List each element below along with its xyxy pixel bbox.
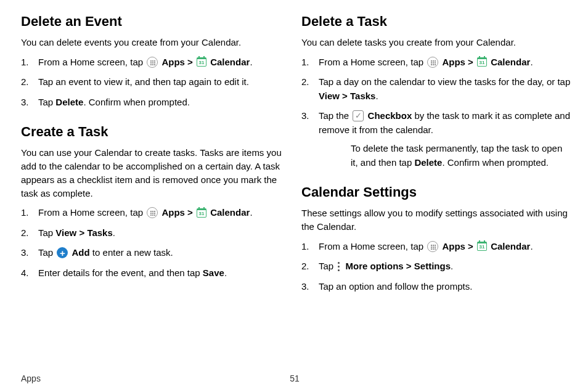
apps-label: Apps	[161, 207, 185, 218]
intro-delete-event: You can delete events you create from yo…	[21, 36, 290, 49]
manual-page: Delete an Event You can delete events yo…	[0, 0, 588, 392]
period: .	[250, 57, 252, 67]
step-text: From a Home screen, tap	[38, 57, 145, 67]
period: .	[224, 267, 227, 278]
step-text: From a Home screen, tap	[319, 57, 426, 67]
step-text: Tap the	[319, 110, 351, 121]
calendar-icon: 31	[197, 57, 206, 67]
footer-page-number: 51	[70, 374, 519, 383]
page-footer: Apps 51	[21, 374, 571, 387]
step-text: Tap	[38, 227, 55, 238]
steps-calendar-settings: From a Home screen, tap Apps > 31 Calend…	[301, 240, 571, 294]
step-text: . Confirm when prompted.	[442, 157, 549, 168]
two-column-layout: Delete an Event You can delete events yo…	[21, 12, 571, 355]
steps-create-task: From a Home screen, tap Apps > 31 Calend…	[21, 206, 290, 280]
view-label: View	[55, 227, 76, 238]
chevron: >	[340, 91, 350, 101]
step-text: . Confirm when prompted.	[83, 97, 190, 107]
checkbox-icon: ✓	[353, 110, 364, 121]
left-column: Delete an Event You can delete events yo…	[21, 12, 290, 355]
heading-delete-event: Delete an Event	[21, 14, 290, 30]
chevron: >	[465, 57, 476, 67]
period: .	[530, 241, 533, 251]
tasks-label: Tasks	[350, 91, 375, 101]
add-label: Add	[72, 247, 90, 258]
calendar-label: Calendar	[210, 207, 250, 218]
step-text: Tap	[38, 97, 55, 107]
apps-icon	[147, 207, 158, 218]
step: From a Home screen, tap Apps > 31 Calend…	[21, 55, 290, 70]
apps-icon	[427, 57, 438, 68]
apps-label: Apps	[442, 241, 465, 251]
step: From a Home screen, tap Apps > 31 Calend…	[301, 55, 571, 70]
heading-calendar-settings: Calendar Settings	[301, 184, 571, 200]
checkbox-label: Checkbox	[368, 110, 412, 121]
more-options-icon	[337, 261, 340, 272]
step: Tap Delete. Confirm when prompted.	[21, 96, 290, 110]
settings-label: Settings	[414, 261, 451, 271]
calendar-icon: 31	[197, 208, 206, 218]
step-text: From a Home screen, tap	[319, 241, 426, 251]
intro-create-task: You can use your Calendar to create task…	[21, 146, 290, 200]
tasks-label: Tasks	[87, 227, 112, 238]
step-text: Tap a day on the calendar to view the ta…	[319, 76, 570, 87]
calendar-label: Calendar	[210, 57, 250, 67]
calendar-icon: 31	[477, 242, 487, 251]
step-text: to enter a new task.	[90, 247, 173, 258]
heading-delete-task: Delete a Task	[301, 14, 571, 30]
step: Tap the ✓ Checkbox by the task to mark i…	[301, 109, 571, 169]
intro-calendar-settings: These settings allow you to modify setti…	[301, 206, 571, 234]
heading-create-task: Create a Task	[21, 124, 290, 140]
period: .	[451, 261, 453, 271]
calendar-day: 31	[480, 243, 485, 250]
period: .	[375, 91, 378, 101]
delete-label: Delete	[55, 97, 83, 107]
period: .	[113, 227, 115, 238]
step: Enter details for the event, and then ta…	[21, 266, 290, 280]
step: Tap + Add to enter a new task.	[21, 246, 290, 260]
step-text: Tap	[38, 247, 55, 258]
right-column: Delete a Task You can delete tasks you c…	[301, 12, 571, 355]
period: .	[250, 207, 252, 218]
step-text: Tap	[319, 261, 336, 271]
calendar-day: 31	[480, 59, 485, 66]
sub-step: To delete the task permanently, tap the …	[319, 142, 571, 169]
chevron: >	[76, 227, 87, 238]
step: Tap an option and follow the prompts.	[301, 280, 571, 294]
footer-section: Apps	[21, 374, 70, 383]
chevron: >	[404, 261, 414, 271]
calendar-icon: 31	[477, 57, 487, 67]
calendar-label: Calendar	[491, 241, 530, 251]
step: From a Home screen, tap Apps > 31 Calend…	[301, 240, 571, 254]
period: .	[530, 57, 533, 67]
view-label: View	[319, 91, 340, 101]
footer-spacer	[519, 374, 568, 383]
apps-icon	[147, 57, 158, 68]
step-text: From a Home screen, tap	[38, 207, 145, 218]
steps-delete-event: From a Home screen, tap Apps > 31 Calend…	[21, 55, 290, 110]
chevron: >	[465, 241, 476, 251]
step: From a Home screen, tap Apps > 31 Calend…	[21, 206, 290, 220]
steps-delete-task: From a Home screen, tap Apps > 31 Calend…	[301, 55, 571, 170]
step: Tap View > Tasks.	[21, 226, 290, 240]
add-icon: +	[57, 247, 68, 258]
apps-label: Apps	[161, 57, 185, 67]
calendar-day: 31	[199, 59, 205, 66]
save-label: Save	[203, 267, 224, 278]
delete-label: Delete	[414, 157, 442, 168]
intro-delete-task: You can delete tasks you create from you…	[301, 36, 571, 49]
apps-icon	[427, 241, 438, 252]
calendar-day: 31	[199, 210, 205, 217]
step: Tap More options > Settings.	[301, 259, 571, 274]
chevron: >	[185, 207, 195, 218]
apps-label: Apps	[442, 57, 465, 67]
step: Tap an event to view it, and then tap ag…	[21, 75, 290, 89]
step: Tap a day on the calendar to view the ta…	[301, 75, 571, 103]
calendar-label: Calendar	[491, 57, 530, 67]
chevron: >	[185, 57, 195, 67]
more-options-label: More options	[346, 261, 404, 271]
step-text: Enter details for the event, and then ta…	[38, 267, 203, 278]
